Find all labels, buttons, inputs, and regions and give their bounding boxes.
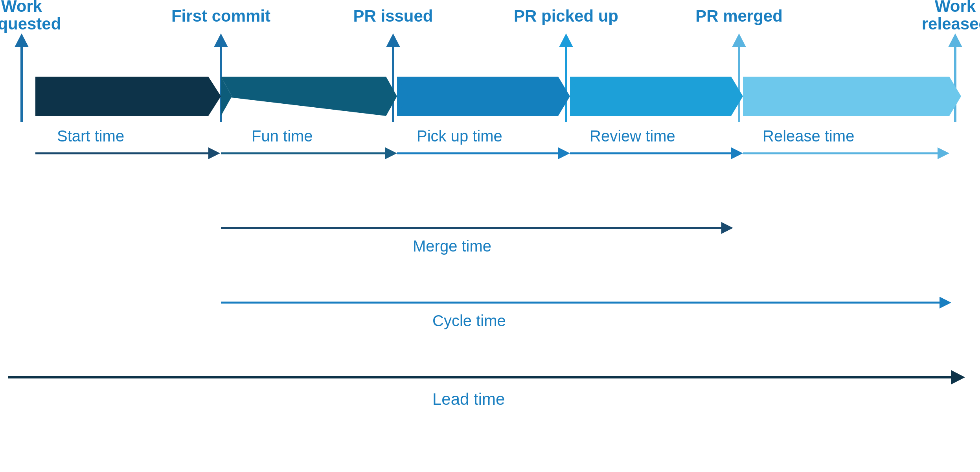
svg-marker-11: [948, 33, 962, 47]
svg-text:Lead time: Lead time: [432, 390, 505, 408]
svg-text:Work: Work: [935, 0, 976, 15]
svg-marker-33: [385, 147, 397, 159]
diagram: Work requested First commit PR issued PR…: [0, 0, 980, 472]
svg-text:Review time: Review time: [590, 127, 675, 145]
svg-marker-51: [951, 370, 965, 384]
svg-text:PR picked up: PR picked up: [514, 7, 618, 25]
svg-marker-9: [732, 33, 746, 47]
svg-marker-1: [15, 33, 29, 47]
svg-text:Pick up time: Pick up time: [417, 127, 502, 145]
svg-marker-7: [559, 33, 573, 47]
svg-text:Fun time: Fun time: [252, 127, 313, 145]
svg-marker-45: [721, 222, 733, 234]
svg-marker-21: [221, 77, 397, 116]
svg-marker-23: [397, 77, 570, 116]
svg-marker-39: [731, 147, 743, 159]
svg-text:Cycle time: Cycle time: [432, 312, 506, 329]
svg-text:Work: Work: [1, 0, 42, 15]
svg-marker-30: [208, 147, 220, 159]
svg-text:PR merged: PR merged: [695, 7, 783, 25]
svg-marker-36: [558, 147, 570, 159]
svg-marker-27: [743, 77, 961, 116]
svg-text:PR issued: PR issued: [353, 7, 433, 25]
svg-marker-20: [35, 77, 221, 116]
svg-marker-25: [570, 77, 743, 116]
svg-marker-3: [214, 33, 228, 47]
svg-text:First commit: First commit: [171, 7, 270, 25]
svg-marker-42: [938, 147, 949, 159]
svg-marker-5: [386, 33, 400, 47]
svg-marker-48: [940, 297, 951, 309]
svg-text:requested: requested: [0, 15, 61, 33]
svg-text:released: released: [922, 15, 980, 33]
svg-text:Merge time: Merge time: [413, 237, 491, 255]
svg-text:Release time: Release time: [763, 127, 854, 145]
svg-text:Start time: Start time: [57, 127, 124, 145]
